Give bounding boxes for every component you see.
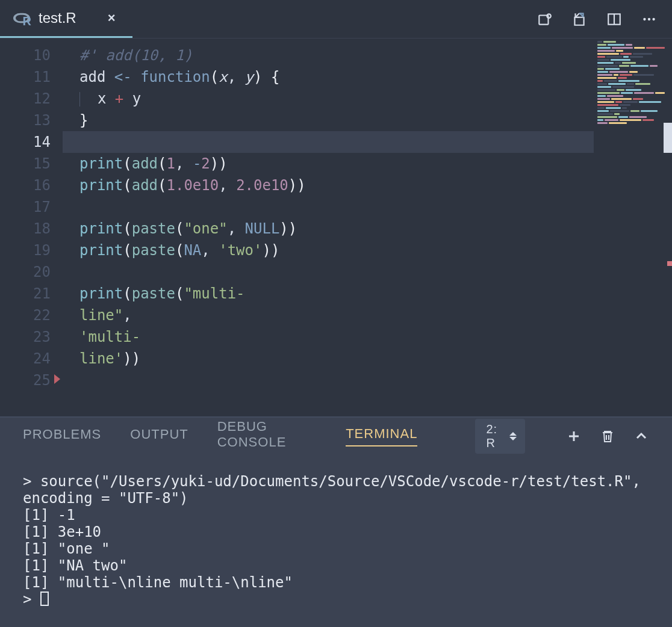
open-changes-icon[interactable]: [535, 10, 554, 29]
code-content[interactable]: #' add(10, 1)add <- function(x, y) { x +…: [63, 39, 594, 416]
breakpoint-indicator-icon: [54, 374, 60, 384]
minimap[interactable]: [594, 39, 672, 416]
editor-actions: [535, 0, 672, 38]
scrollbar-overview[interactable]: [662, 39, 672, 416]
tab-filename: test.R: [39, 10, 76, 26]
svg-point-6: [652, 17, 655, 20]
close-icon[interactable]: ×: [108, 10, 116, 26]
new-terminal-icon[interactable]: [566, 428, 582, 444]
kill-terminal-icon[interactable]: [600, 428, 615, 444]
r-language-icon: R: [13, 11, 30, 25]
tab-terminal[interactable]: TERMINAL: [346, 426, 417, 446]
line-number-gutter: 10111213141516171819202122232425: [0, 39, 63, 416]
terminal-selector-label: 2: R: [486, 422, 503, 450]
svg-point-5: [648, 17, 650, 20]
tab-output[interactable]: OUTPUT: [130, 427, 188, 446]
tab-test-r[interactable]: R test.R ×: [0, 0, 132, 38]
code-editor[interactable]: 10111213141516171819202122232425 #' add(…: [0, 39, 672, 416]
terminal-cursor: [40, 591, 49, 606]
svg-point-4: [643, 17, 646, 20]
chevron-sort-icon: [509, 432, 517, 440]
editor-tabbar: R test.R ×: [0, 0, 672, 39]
tab-debug-console[interactable]: DEBUG CONSOLE: [217, 419, 317, 454]
bottom-panel: PROBLEMS OUTPUT DEBUG CONSOLE TERMINAL 2…: [0, 416, 672, 627]
terminal-selector[interactable]: 2: R: [475, 419, 525, 454]
split-editor-icon[interactable]: [605, 10, 624, 29]
panel-tabbar: PROBLEMS OUTPUT DEBUG CONSOLE TERMINAL 2…: [0, 418, 672, 455]
tab-problems[interactable]: PROBLEMS: [23, 427, 101, 446]
collapse-panel-icon[interactable]: [633, 428, 649, 444]
terminal-output[interactable]: > source("/Users/yuki-ud/Documents/Sourc…: [0, 455, 672, 627]
discard-changes-icon[interactable]: [570, 10, 589, 29]
more-actions-icon[interactable]: [639, 10, 659, 29]
